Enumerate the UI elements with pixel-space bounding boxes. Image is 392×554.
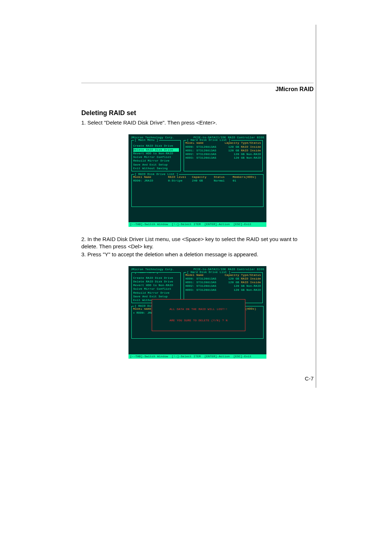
hdd3-cap: 120 GB bbox=[234, 156, 245, 159]
hdd-row: HDD2: ST3120813AS120 GB Non-RAID bbox=[185, 284, 261, 288]
hdd-list-box: [ Hard Disk Drive List ] Model Name Capa… bbox=[184, 272, 263, 304]
main-menu-title: [ Main Menu ] bbox=[134, 272, 159, 274]
hdd0-name: HDD0: ST3120813AS bbox=[185, 277, 216, 281]
menu-item-rebuild[interactable]: Rebuild Mirror Drive bbox=[133, 159, 179, 163]
raid-col-cap: Capacity bbox=[192, 175, 212, 179]
step-3-text: 3. Press "Y" to accept the deletion when… bbox=[81, 251, 314, 258]
raid-col-members: Members(HDDx) bbox=[233, 175, 256, 179]
raid-col-status: Status bbox=[214, 175, 231, 179]
menu-item-save-exit[interactable]: Save And Exit Setup bbox=[133, 295, 179, 298]
bios-screenshot-2: JMicron Technology Corp. PCIE-to-SATAII/… bbox=[128, 266, 266, 358]
hdd-row: HDD1: ST3120813AS120 GB RAID Inside bbox=[185, 281, 261, 284]
menu-item-rebuild[interactable]: Rebuild Mirror Drive bbox=[133, 291, 179, 295]
hdd1-cap: 120 GB bbox=[228, 149, 239, 152]
raid0-name: RDD0: JRAID bbox=[133, 179, 167, 183]
hdd2-type: Non-RAID bbox=[246, 284, 261, 288]
menu-item-create[interactable]: Create RAID Disk Drive bbox=[133, 144, 179, 148]
delete-warning-line1: ALL DATA ON THE RAID WILL LOST!! bbox=[154, 307, 244, 311]
raid-list-box: [ RAID Disk Drive List ] Model Name RAID… bbox=[131, 174, 264, 207]
hdd-row: HDD0: ST3120813AS120 GB RAID Inside bbox=[185, 277, 261, 281]
menu-item-delete[interactable]: Delete RAID Disk Drive bbox=[133, 148, 179, 152]
menu-item-solve[interactable]: Solve Mirror Conflict bbox=[133, 287, 179, 291]
hdd-row: HDD3: ST3120813AS120 GB Non-RAID bbox=[185, 288, 261, 292]
hdd1-cap: 120 GB bbox=[228, 281, 239, 284]
hdd1-name: HDD1: ST3120813AS bbox=[185, 281, 216, 284]
hdd-row: HDD0: ST3120813AS120 GB RAID Inside bbox=[185, 145, 261, 149]
raid-list-title: [ RAID Disk Drive List ] bbox=[134, 172, 179, 176]
hdd-col-type: Type/Status bbox=[241, 141, 261, 144]
menu-item-exit-no-save[interactable]: Exit Without Saving bbox=[133, 167, 179, 170]
bios-footer: [←→TAB]-Switch Window [↑↓]-Select ITEM [… bbox=[128, 354, 266, 359]
hdd-row: HDD3: ST3120813AS120 GB Non-RAID bbox=[185, 156, 261, 160]
hdd2-type: Non-RAID bbox=[246, 152, 261, 156]
hdd3-type: Non-RAID bbox=[246, 156, 261, 159]
page-number: C-7 bbox=[81, 375, 314, 382]
menu-item-revert[interactable]: Revert HDD to Non-RAID bbox=[133, 284, 179, 287]
bios-screenshot-1: JMicron Technology Corp. PCIE-to-SATAII/… bbox=[128, 134, 266, 227]
page-right-rule bbox=[316, 25, 316, 388]
hdd3-name: HDD3: ST3120813AS bbox=[185, 156, 216, 160]
menu-item-create[interactable]: Create RAID Disk Drive bbox=[133, 276, 179, 280]
raid0-level: 0-Stripe bbox=[168, 179, 191, 183]
step-2-text: 2. In the RAID Disk Driver List menu, us… bbox=[81, 236, 314, 250]
delete-warning-line2: ARE YOU SURE TO DELETE (Y/N) ? N bbox=[154, 319, 244, 322]
hdd1-type: RAID Inside bbox=[241, 281, 261, 284]
hdd2-cap: 120 GB bbox=[234, 152, 245, 156]
hdd0-cap: 120 GB bbox=[228, 277, 239, 280]
hdd0-type: RAID Inside bbox=[241, 277, 261, 280]
hdd1-type: RAID Inside bbox=[241, 149, 261, 152]
main-menu-box: [ Main Menu ] Create RAID Disk Drive Del… bbox=[131, 140, 181, 171]
hdd-col-type: Type/Status bbox=[241, 273, 261, 277]
raid0-members: 01 bbox=[233, 179, 236, 183]
hdd0-name: HDD0: ST3120813AS bbox=[185, 145, 216, 149]
step-1-text: 1. Select "Delete RAID Disk Drive". Then… bbox=[81, 119, 314, 126]
hdd3-type: Non-RAID bbox=[246, 288, 261, 292]
main-menu-box: [ Main Menu ] Create RAID Disk Drive Del… bbox=[131, 272, 181, 304]
hdd1-name: HDD1: ST3120813AS bbox=[185, 149, 216, 152]
hdd0-type: RAID Inside bbox=[241, 145, 261, 148]
header-rule bbox=[81, 83, 314, 83]
hdd2-name: HDD2: ST3120813AS bbox=[185, 284, 216, 288]
menu-item-revert[interactable]: Revert HDD to Non-RAID bbox=[133, 152, 179, 155]
bios-footer: [←→TAB]-Switch Window [↑↓]-Select ITEM [… bbox=[128, 222, 266, 227]
hdd0-cap: 120 GB bbox=[228, 145, 239, 148]
menu-item-save-exit[interactable]: Save And Exit Setup bbox=[133, 163, 179, 167]
hdd3-cap: 120 GB bbox=[234, 288, 245, 292]
raid-row[interactable]: RDD0: JRAID 0-Stripe 240 GB Normal 01 bbox=[133, 179, 262, 183]
raid0-status: Normal bbox=[214, 179, 231, 183]
section-title: Deleting RAID set bbox=[81, 109, 314, 117]
main-menu-title: [ Main Menu ] bbox=[134, 138, 159, 142]
hdd-list-title: [ Hard Disk Drive List ] bbox=[186, 270, 231, 274]
hdd-list-box: [ Hard Disk Drive List ] Model Name Capa… bbox=[184, 140, 263, 171]
hdd3-name: HDD3: ST3120813AS bbox=[185, 288, 216, 292]
raid0-cap: 240 GB bbox=[192, 179, 212, 183]
page-header: JMicron RAID bbox=[81, 86, 314, 93]
hdd-row: HDD2: ST3120813AS120 GB Non-RAID bbox=[185, 152, 261, 156]
delete-confirm-dialog[interactable]: ALL DATA ON THE RAID WILL LOST!! ARE YOU… bbox=[152, 299, 245, 331]
hdd-list-title: [ Hard Disk Drive List ] bbox=[186, 138, 231, 142]
menu-item-delete[interactable]: Delete RAID Disk Drive bbox=[133, 280, 179, 284]
hdd2-name: HDD2: ST3120813AS bbox=[185, 152, 216, 156]
bios-vendor: JMicron Technology Corp. bbox=[131, 268, 174, 271]
hdd2-cap: 120 GB bbox=[234, 284, 245, 288]
hdd-row: HDD1: ST3120813AS120 GB RAID Inside bbox=[185, 149, 261, 152]
menu-item-solve[interactable]: Solve Mirror Conflict bbox=[133, 155, 179, 159]
